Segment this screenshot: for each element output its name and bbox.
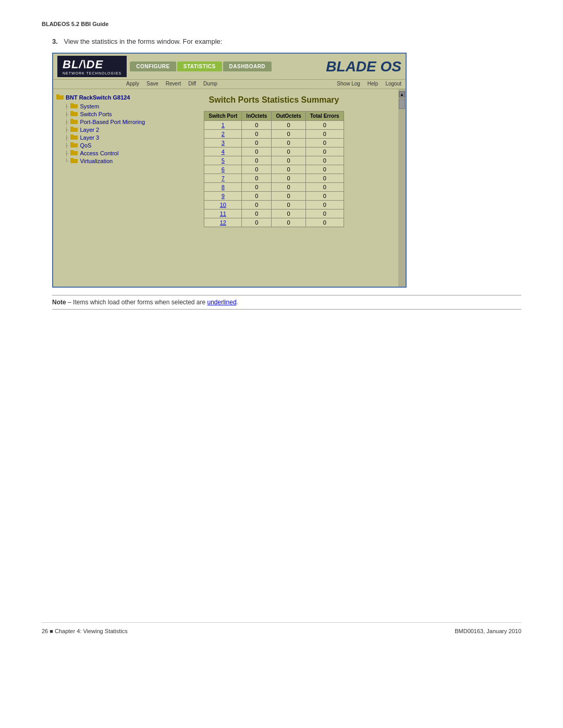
port-link[interactable]: 9: [222, 193, 225, 199]
nav-tabs: CONFIGURE STATISTICS DASHBOARD: [130, 61, 272, 71]
port-cell: 1: [204, 121, 242, 130]
in-octets-cell: 0: [242, 156, 272, 165]
folder-icon-switch-ports: [70, 110, 78, 117]
in-octets-cell: 0: [242, 139, 272, 147]
port-link[interactable]: 4: [222, 149, 225, 155]
port-link[interactable]: 11: [220, 211, 226, 217]
col-header-errors: Total Errors: [305, 112, 344, 121]
nav-logout[interactable]: Logout: [385, 81, 401, 87]
out-octets-cell: 0: [272, 174, 305, 183]
note-text: Items which load other forms when select…: [73, 299, 205, 306]
sidebar-item-layer3[interactable]: ├ Layer 3: [64, 133, 148, 141]
port-cell: 9: [204, 192, 242, 201]
blade-logo: BL/\DE NETWORK TECHNOLOGIES: [57, 56, 127, 77]
port-link[interactable]: 6: [222, 166, 225, 172]
logo-subtitle: NETWORK TECHNOLOGIES: [63, 71, 121, 75]
out-octets-cell: 0: [272, 121, 305, 130]
table-row: 2000: [204, 130, 344, 139]
svg-rect-7: [70, 119, 74, 121]
errors-cell: 0: [305, 165, 344, 174]
svg-rect-9: [70, 127, 74, 129]
content-panel: Switch Ports Statistics Summary Switch P…: [150, 89, 398, 287]
port-link[interactable]: 8: [222, 184, 225, 190]
nav-revert[interactable]: Revert: [166, 81, 181, 87]
port-link[interactable]: 1: [222, 122, 225, 128]
svg-rect-1: [56, 94, 59, 96]
col-header-in: InOctets: [242, 112, 272, 121]
sidebar-item-system[interactable]: ├ System: [64, 102, 148, 110]
svg-rect-3: [70, 103, 74, 105]
nav-show-log[interactable]: Show Log: [337, 81, 360, 87]
out-octets-cell: 0: [272, 201, 305, 209]
sidebar: BNT RackSwitch G8124 ├ System ├: [53, 89, 150, 287]
in-octets-cell: 0: [242, 183, 272, 192]
sidebar-item-root[interactable]: BNT RackSwitch G8124: [55, 93, 148, 101]
footer-left: 26 ■ Chapter 4: Viewing Statistics: [42, 628, 128, 634]
in-octets-cell: 0: [242, 174, 272, 183]
svg-rect-15: [70, 150, 74, 152]
sidebar-item-qos[interactable]: ├ QoS: [64, 141, 148, 149]
nav-help[interactable]: Help: [368, 81, 378, 87]
out-octets-cell: 0: [272, 209, 305, 218]
port-cell: 10: [204, 201, 242, 209]
nav-dump[interactable]: Dump: [203, 81, 217, 87]
nav-save[interactable]: Save: [146, 81, 158, 87]
sidebar-virtualization-label: Virtualization: [80, 158, 113, 164]
table-row: 12000: [204, 218, 344, 227]
sidebar-item-virtualization[interactable]: └ Virtualization: [64, 157, 148, 165]
note-underlined: underlined: [207, 299, 237, 306]
port-link[interactable]: 2: [222, 131, 225, 137]
port-link[interactable]: 7: [222, 175, 225, 181]
sidebar-item-port-mirroring[interactable]: ├ Port-Based Port Mirroring: [64, 118, 148, 126]
top-nav: BL/\DE NETWORK TECHNOLOGIES CONFIGURE ST…: [53, 54, 406, 79]
errors-cell: 0: [305, 218, 344, 227]
errors-cell: 0: [305, 201, 344, 209]
tab-configure[interactable]: CONFIGURE: [130, 61, 176, 71]
in-octets-cell: 0: [242, 165, 272, 174]
errors-cell: 0: [305, 183, 344, 192]
out-octets-cell: 0: [272, 130, 305, 139]
port-cell: 7: [204, 174, 242, 183]
sidebar-port-mirroring-label: Port-Based Port Mirroring: [80, 119, 145, 125]
tab-statistics[interactable]: STATISTICS: [177, 61, 222, 71]
note-dash: –: [68, 299, 71, 306]
port-link[interactable]: 12: [220, 219, 226, 226]
sidebar-system-label: System: [80, 103, 99, 109]
note-section: Note – Items which load other forms when…: [52, 295, 521, 310]
port-cell: 12: [204, 218, 242, 227]
errors-cell: 0: [305, 121, 344, 130]
nav-diff[interactable]: Diff: [188, 81, 196, 87]
folder-icon-port-mirroring: [70, 118, 78, 125]
folder-icon-layer2: [70, 126, 78, 133]
table-row: 5000: [204, 156, 344, 165]
sidebar-item-layer2[interactable]: ├ Layer 2: [64, 126, 148, 133]
page-footer: 26 ■ Chapter 4: Viewing Statistics BMD00…: [42, 622, 521, 634]
table-row: 7000: [204, 174, 344, 183]
scroll-up-button[interactable]: ▲: [399, 91, 405, 97]
scrollbar[interactable]: ▲: [398, 89, 406, 287]
scroll-thumb[interactable]: [399, 98, 405, 109]
sidebar-item-switch-ports[interactable]: ├ Switch Ports: [64, 110, 148, 118]
port-cell: 8: [204, 183, 242, 192]
table-row: 1000: [204, 121, 344, 130]
errors-cell: 0: [305, 209, 344, 218]
in-octets-cell: 0: [242, 209, 272, 218]
table-row: 4000: [204, 147, 344, 156]
port-link[interactable]: 3: [222, 140, 225, 146]
port-cell: 5: [204, 156, 242, 165]
col-header-out: OutOctets: [272, 112, 305, 121]
errors-cell: 0: [305, 130, 344, 139]
port-link[interactable]: 5: [222, 157, 225, 164]
in-octets-cell: 0: [242, 147, 272, 156]
svg-rect-13: [70, 142, 74, 144]
errors-cell: 0: [305, 139, 344, 147]
nav-apply[interactable]: Apply: [126, 81, 139, 87]
port-cell: 6: [204, 165, 242, 174]
tab-dashboard[interactable]: DASHBOARD: [223, 61, 272, 71]
sidebar-item-access-control[interactable]: ├ Access Control: [64, 149, 148, 157]
step-instruction: 3. View the statistics in the forms wind…: [52, 38, 521, 45]
port-cell: 2: [204, 130, 242, 139]
step-number: 3.: [52, 38, 58, 45]
in-octets-cell: 0: [242, 192, 272, 201]
port-link[interactable]: 10: [220, 202, 226, 208]
